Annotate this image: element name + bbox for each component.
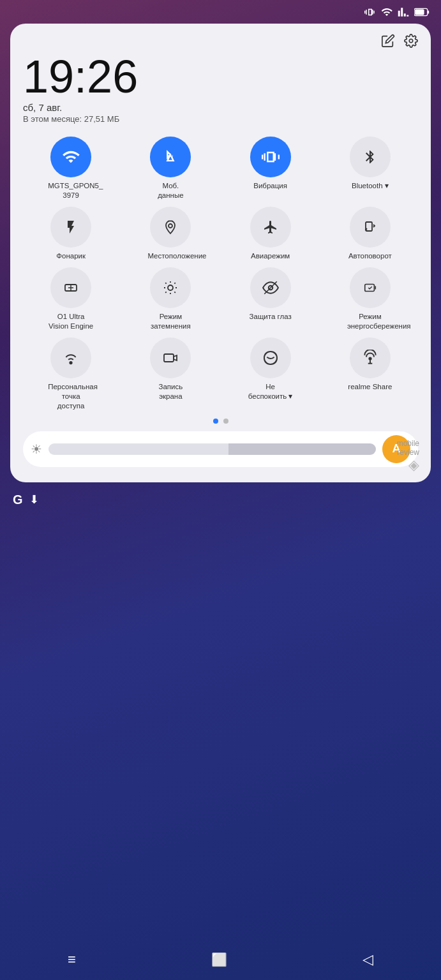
toggle-battery-saver[interactable]: Режим энергосбережения [322, 267, 418, 331]
toggle-vibration-circle [250, 137, 291, 177]
svg-point-4 [168, 224, 172, 228]
toggle-ultra-vision-label: O1 Ultra Vision Engine [48, 312, 94, 331]
wifi-status-icon [381, 6, 392, 20]
battery-status-icon [414, 6, 430, 20]
svg-rect-2 [428, 11, 429, 14]
toggle-flashlight-label: Фонарик [56, 251, 86, 261]
clock-display: 19:26 [23, 54, 418, 100]
toggle-eye-protection-label: Защита глаз [250, 312, 292, 322]
toggle-location-circle [150, 207, 191, 248]
date-display: сб, 7 авг. [23, 102, 418, 113]
toggle-mobile-data-label: Моб.данные [158, 181, 183, 200]
toggle-wifi-circle [50, 137, 91, 177]
toggle-autorotate-circle [350, 207, 391, 248]
toggle-realme-share-label: realme Share [348, 382, 392, 392]
home-nav-button[interactable]: ⬜ [211, 952, 227, 967]
svg-point-12 [369, 357, 371, 359]
nav-bar: ≡ ⬜ ◁ [0, 939, 441, 980]
toggle-location-label: Местоположение [147, 251, 193, 261]
toggle-do-not-disturb-circle [250, 338, 291, 378]
settings-icon[interactable] [404, 34, 418, 51]
toggle-ultra-vision[interactable]: O1 Ultra Vision Engine [23, 267, 119, 331]
svg-rect-9 [365, 284, 375, 291]
toggle-flashlight-circle [50, 207, 91, 248]
toggle-bluetooth[interactable]: Bluetooth ▾ [322, 137, 418, 200]
toggle-location[interactable]: Местоположение [123, 207, 218, 261]
quick-panel-card: 19:26 сб, 7 авг. В этом месяце: 27,51 МБ… [10, 24, 431, 482]
svg-rect-1 [415, 10, 424, 15]
svg-rect-5 [366, 222, 372, 231]
toggle-screen-record-label: Запись экрана [147, 382, 193, 401]
watermark-logo: ◈ [397, 457, 419, 473]
toggle-battery-saver-label: Режим энергосбережения [347, 312, 393, 331]
toggle-airplane-circle [250, 207, 291, 248]
toggle-realme-share-circle [350, 338, 391, 378]
toggle-screen-record-circle [150, 338, 191, 378]
toggle-airplane[interactable]: Авиарежим [223, 207, 318, 261]
toggle-mobile-data[interactable]: ↑↓ Моб.данные [123, 137, 218, 200]
toggle-eye-protection[interactable]: Защита глаз [223, 267, 318, 331]
toggle-dark-mode-label: Режим затемнения [147, 312, 193, 331]
toggle-ultra-vision-circle [50, 267, 91, 308]
toggle-wifi-label: MGTS_GPON5_3979 [48, 181, 94, 200]
pagination-dot-1 [213, 419, 218, 424]
toggle-autorotate[interactable]: Автоповорот [322, 207, 418, 261]
toggle-eye-protection-circle [250, 267, 291, 308]
svg-point-7 [168, 285, 173, 290]
toggle-vibration[interactable]: Вибрация [223, 137, 318, 200]
watermark: mobilereview ◈ [397, 439, 419, 473]
svg-rect-11 [164, 354, 174, 362]
download-notification-icon: ⬇ [29, 493, 39, 507]
toggle-grid: MGTS_GPON5_3979 ↑↓ Моб.данные Вибрация B… [23, 137, 418, 411]
pagination-dots [23, 419, 418, 424]
brightness-control[interactable]: ☀ A [23, 431, 418, 467]
toggle-do-not-disturb[interactable]: Не беспокоить ▾ [223, 338, 318, 411]
toggle-do-not-disturb-label: Не беспокоить ▾ [248, 382, 294, 401]
vibrate-status-icon [364, 6, 376, 20]
toggle-bluetooth-label: Bluetooth ▾ [352, 181, 389, 191]
toggle-screen-record[interactable]: Запись экрана [123, 338, 218, 411]
brightness-slider[interactable] [49, 443, 376, 455]
back-nav-button[interactable]: ◁ [363, 951, 373, 968]
google-notification-icon: G [13, 493, 23, 507]
menu-nav-button[interactable]: ≡ [68, 951, 76, 968]
toggle-bluetooth-circle [350, 137, 391, 177]
toggle-vibration-label: Вибрация [253, 181, 287, 191]
toggle-hotspot-circle [50, 338, 91, 378]
toggle-battery-saver-circle [350, 267, 391, 308]
brightness-icon: ☀ [31, 442, 42, 457]
toggle-hotspot-label: Персональная точка доступа [48, 382, 94, 411]
toggle-realme-share[interactable]: realme Share [322, 338, 418, 411]
toggle-airplane-label: Авиарежим [251, 251, 290, 261]
edit-icon[interactable] [381, 34, 395, 51]
panel-header [23, 34, 418, 51]
signal-status-icon [398, 6, 409, 20]
svg-point-10 [70, 362, 72, 364]
data-usage-display: В этом месяце: 27,51 МБ [23, 114, 418, 124]
toggle-wifi[interactable]: MGTS_GPON5_3979 [23, 137, 119, 200]
toggle-hotspot[interactable]: Персональная точка доступа [23, 338, 119, 411]
status-bar [0, 0, 441, 24]
toggle-dark-mode[interactable]: Режим затемнения [123, 267, 218, 331]
svg-text:↑↓: ↑↓ [167, 152, 175, 161]
toggle-autorotate-label: Автоповорот [348, 251, 392, 261]
pagination-dot-2 [223, 419, 228, 424]
toggle-mobile-data-circle: ↑↓ [150, 137, 191, 177]
notification-bar: G ⬇ [0, 487, 441, 512]
watermark-text: mobilereview [397, 439, 419, 457]
toggle-flashlight[interactable]: Фонарик [23, 207, 119, 261]
toggle-dark-mode-circle [150, 267, 191, 308]
